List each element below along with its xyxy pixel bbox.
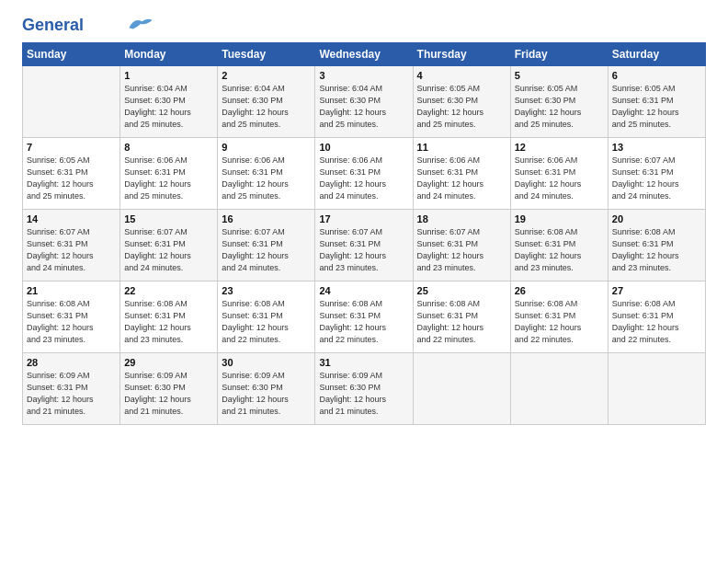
calendar-cell: 19Sunrise: 6:08 AM Sunset: 6:31 PM Dayli… xyxy=(510,210,608,282)
cell-info: Sunrise: 6:09 AM Sunset: 6:30 PM Dayligh… xyxy=(319,370,408,418)
cell-info: Sunrise: 6:08 AM Sunset: 6:31 PM Dayligh… xyxy=(515,226,604,274)
calendar-cell: 30Sunrise: 6:09 AM Sunset: 6:30 PM Dayli… xyxy=(218,353,315,425)
cell-info: Sunrise: 6:07 AM Sunset: 6:31 PM Dayligh… xyxy=(319,226,408,274)
calendar-cell: 25Sunrise: 6:08 AM Sunset: 6:31 PM Dayli… xyxy=(413,282,510,353)
cell-info: Sunrise: 6:08 AM Sunset: 6:31 PM Dayligh… xyxy=(124,298,213,346)
day-number: 17 xyxy=(319,213,408,224)
day-number: 13 xyxy=(612,142,701,153)
calendar-week-5: 28Sunrise: 6:09 AM Sunset: 6:31 PM Dayli… xyxy=(23,353,706,425)
calendar-cell: 6Sunrise: 6:05 AM Sunset: 6:31 PM Daylig… xyxy=(608,66,705,138)
cell-info: Sunrise: 6:09 AM Sunset: 6:30 PM Dayligh… xyxy=(222,370,311,418)
calendar-cell: 29Sunrise: 6:09 AM Sunset: 6:30 PM Dayli… xyxy=(120,353,218,425)
cell-info: Sunrise: 6:09 AM Sunset: 6:31 PM Dayligh… xyxy=(27,370,116,418)
day-number: 3 xyxy=(319,70,408,81)
calendar-cell xyxy=(23,66,120,138)
calendar-cell: 27Sunrise: 6:08 AM Sunset: 6:31 PM Dayli… xyxy=(608,282,705,353)
cell-info: Sunrise: 6:07 AM Sunset: 6:31 PM Dayligh… xyxy=(417,226,506,274)
cell-info: Sunrise: 6:08 AM Sunset: 6:31 PM Dayligh… xyxy=(417,298,506,346)
col-header-wednesday: Wednesday xyxy=(315,43,413,66)
day-number: 9 xyxy=(222,142,311,153)
cell-info: Sunrise: 6:08 AM Sunset: 6:31 PM Dayligh… xyxy=(319,298,408,346)
cell-info: Sunrise: 6:06 AM Sunset: 6:31 PM Dayligh… xyxy=(222,155,311,202)
header: General xyxy=(22,17,706,33)
day-number: 16 xyxy=(222,213,311,224)
calendar-cell xyxy=(413,353,510,425)
day-number: 25 xyxy=(417,285,506,296)
cell-info: Sunrise: 6:07 AM Sunset: 6:31 PM Dayligh… xyxy=(222,226,311,274)
day-number: 31 xyxy=(319,357,408,368)
col-header-tuesday: Tuesday xyxy=(218,43,315,66)
calendar-week-1: 1Sunrise: 6:04 AM Sunset: 6:30 PM Daylig… xyxy=(23,66,706,138)
calendar-cell: 17Sunrise: 6:07 AM Sunset: 6:31 PM Dayli… xyxy=(315,210,413,282)
cell-info: Sunrise: 6:08 AM Sunset: 6:31 PM Dayligh… xyxy=(612,298,701,346)
calendar-cell: 28Sunrise: 6:09 AM Sunset: 6:31 PM Dayli… xyxy=(23,353,120,425)
calendar-week-3: 14Sunrise: 6:07 AM Sunset: 6:31 PM Dayli… xyxy=(23,210,706,282)
cell-info: Sunrise: 6:07 AM Sunset: 6:31 PM Dayligh… xyxy=(27,226,116,274)
calendar-cell: 4Sunrise: 6:05 AM Sunset: 6:30 PM Daylig… xyxy=(413,66,510,138)
cell-info: Sunrise: 6:07 AM Sunset: 6:31 PM Dayligh… xyxy=(612,155,701,202)
col-header-saturday: Saturday xyxy=(608,43,705,66)
cell-info: Sunrise: 6:05 AM Sunset: 6:31 PM Dayligh… xyxy=(27,155,116,202)
calendar-week-4: 21Sunrise: 6:08 AM Sunset: 6:31 PM Dayli… xyxy=(23,282,706,353)
day-number: 14 xyxy=(27,213,116,224)
cell-info: Sunrise: 6:06 AM Sunset: 6:31 PM Dayligh… xyxy=(515,155,604,202)
day-number: 27 xyxy=(612,285,701,296)
calendar-cell: 22Sunrise: 6:08 AM Sunset: 6:31 PM Dayli… xyxy=(120,282,218,353)
calendar-cell: 11Sunrise: 6:06 AM Sunset: 6:31 PM Dayli… xyxy=(413,138,510,210)
day-number: 4 xyxy=(417,70,506,81)
col-header-sunday: Sunday xyxy=(23,43,120,66)
logo-text: General xyxy=(22,17,84,33)
cell-info: Sunrise: 6:07 AM Sunset: 6:31 PM Dayligh… xyxy=(124,226,213,274)
cell-info: Sunrise: 6:05 AM Sunset: 6:31 PM Dayligh… xyxy=(612,83,701,131)
day-number: 8 xyxy=(124,142,213,153)
calendar-cell: 3Sunrise: 6:04 AM Sunset: 6:30 PM Daylig… xyxy=(315,66,413,138)
calendar-cell xyxy=(510,353,608,425)
calendar-table: SundayMondayTuesdayWednesdayThursdayFrid… xyxy=(22,42,706,425)
day-number: 5 xyxy=(515,70,604,81)
cell-info: Sunrise: 6:05 AM Sunset: 6:30 PM Dayligh… xyxy=(515,83,604,131)
day-number: 26 xyxy=(515,285,604,296)
cell-info: Sunrise: 6:05 AM Sunset: 6:30 PM Dayligh… xyxy=(417,83,506,131)
day-number: 6 xyxy=(612,70,701,81)
logo: General xyxy=(22,17,154,33)
col-header-thursday: Thursday xyxy=(413,43,510,66)
calendar-cell: 13Sunrise: 6:07 AM Sunset: 6:31 PM Dayli… xyxy=(608,138,705,210)
day-number: 10 xyxy=(319,142,408,153)
day-number: 23 xyxy=(222,285,311,296)
calendar-cell: 24Sunrise: 6:08 AM Sunset: 6:31 PM Dayli… xyxy=(315,282,413,353)
day-number: 18 xyxy=(417,213,506,224)
calendar-cell: 2Sunrise: 6:04 AM Sunset: 6:30 PM Daylig… xyxy=(218,66,315,138)
day-number: 24 xyxy=(319,285,408,296)
cell-info: Sunrise: 6:08 AM Sunset: 6:31 PM Dayligh… xyxy=(27,298,116,346)
day-number: 1 xyxy=(124,70,213,81)
calendar-cell: 20Sunrise: 6:08 AM Sunset: 6:31 PM Dayli… xyxy=(608,210,705,282)
day-number: 15 xyxy=(124,213,213,224)
calendar-cell: 16Sunrise: 6:07 AM Sunset: 6:31 PM Dayli… xyxy=(218,210,315,282)
calendar-cell: 18Sunrise: 6:07 AM Sunset: 6:31 PM Dayli… xyxy=(413,210,510,282)
day-number: 28 xyxy=(27,357,116,368)
calendar-cell: 12Sunrise: 6:06 AM Sunset: 6:31 PM Dayli… xyxy=(510,138,608,210)
calendar-cell: 14Sunrise: 6:07 AM Sunset: 6:31 PM Dayli… xyxy=(23,210,120,282)
cell-info: Sunrise: 6:04 AM Sunset: 6:30 PM Dayligh… xyxy=(319,83,408,131)
col-header-monday: Monday xyxy=(120,43,218,66)
cell-info: Sunrise: 6:08 AM Sunset: 6:31 PM Dayligh… xyxy=(515,298,604,346)
calendar-cell: 23Sunrise: 6:08 AM Sunset: 6:31 PM Dayli… xyxy=(218,282,315,353)
day-number: 29 xyxy=(124,357,213,368)
calendar-cell: 5Sunrise: 6:05 AM Sunset: 6:30 PM Daylig… xyxy=(510,66,608,138)
calendar-cell: 26Sunrise: 6:08 AM Sunset: 6:31 PM Dayli… xyxy=(510,282,608,353)
cell-info: Sunrise: 6:06 AM Sunset: 6:31 PM Dayligh… xyxy=(417,155,506,202)
day-number: 30 xyxy=(222,357,311,368)
logo-bird-icon xyxy=(128,16,154,32)
day-number: 12 xyxy=(515,142,604,153)
cell-info: Sunrise: 6:04 AM Sunset: 6:30 PM Dayligh… xyxy=(222,83,311,131)
day-number: 21 xyxy=(27,285,116,296)
calendar-cell: 21Sunrise: 6:08 AM Sunset: 6:31 PM Dayli… xyxy=(23,282,120,353)
col-header-friday: Friday xyxy=(510,43,608,66)
day-number: 7 xyxy=(27,142,116,153)
day-number: 19 xyxy=(515,213,604,224)
calendar-cell: 31Sunrise: 6:09 AM Sunset: 6:30 PM Dayli… xyxy=(315,353,413,425)
calendar-cell: 1Sunrise: 6:04 AM Sunset: 6:30 PM Daylig… xyxy=(120,66,218,138)
calendar-cell xyxy=(608,353,705,425)
day-number: 20 xyxy=(612,213,701,224)
cell-info: Sunrise: 6:08 AM Sunset: 6:31 PM Dayligh… xyxy=(612,226,701,274)
